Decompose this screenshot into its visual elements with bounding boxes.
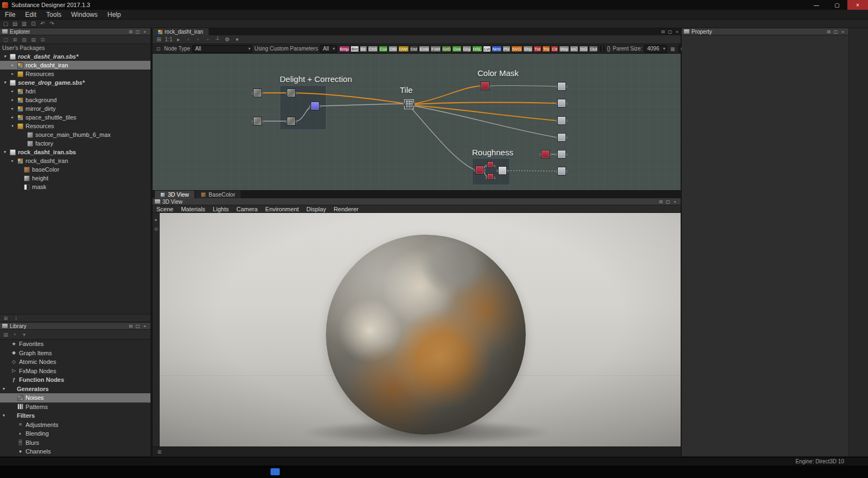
panel-control-icon[interactable]: ×	[141, 29, 148, 34]
panel-control-icon[interactable]: ×	[674, 29, 681, 34]
explorer-toolbar-icon[interactable]: ▢	[2, 37, 9, 42]
expand-arrow-icon[interactable]: ▸	[10, 63, 15, 67]
library-toolbar-icon[interactable]: ▤	[2, 332, 9, 337]
graph-node[interactable]	[405, 100, 413, 109]
node-filter-chip[interactable]: SVG	[511, 46, 523, 52]
tree-item[interactable]: source_main_thumb_6_max	[0, 130, 150, 139]
node-filter-chip[interactable]: Cur	[379, 46, 388, 52]
tree-item[interactable]: ▾ Resources	[0, 122, 150, 130]
graph-node[interactable]	[487, 173, 494, 180]
maximize-button[interactable]: ▢	[827, 0, 847, 10]
library-item[interactable]: Noises	[0, 393, 150, 402]
node-filter-chip[interactable]: InG	[579, 46, 588, 52]
library-item[interactable]: ◆ Graph Items	[0, 349, 150, 358]
library-item[interactable]: ★ Favorites	[0, 339, 150, 349]
close-button[interactable]: ×	[847, 0, 868, 10]
node-filter-chip[interactable]: DWr	[398, 46, 409, 52]
library-item[interactable]: ▾ Generators	[0, 385, 150, 394]
comment-tool-button[interactable]	[600, 45, 601, 52]
menu-item[interactable]: File	[0, 10, 20, 20]
expand-arrow-icon[interactable]: ▾	[1, 387, 7, 391]
node-filter-chip[interactable]: Out	[589, 46, 598, 52]
panel-control-icon[interactable]: ⊟	[825, 29, 832, 34]
graph-node[interactable]	[557, 133, 566, 142]
explorer-toolbar-icon[interactable]: ▤	[30, 37, 37, 42]
menu-item[interactable]: Help	[103, 10, 126, 20]
menu-item[interactable]: Tools	[41, 10, 66, 20]
expand-arrow-icon[interactable]: ▸	[10, 106, 15, 111]
graph-node[interactable]	[498, 166, 507, 175]
library-item[interactable]: ƒ Function Nodes	[0, 375, 150, 385]
graph-document-tab[interactable]: rock_dasht_iran	[153, 28, 209, 35]
graph-toolbar-icon[interactable]: ▸	[174, 35, 183, 43]
toolbar-icon[interactable]: ▤	[11, 20, 19, 28]
graph-node[interactable]	[541, 150, 550, 159]
panel-control-icon[interactable]: ⊟	[127, 29, 134, 34]
graph-node[interactable]	[557, 116, 566, 125]
view3d-viewport[interactable]	[160, 213, 681, 446]
expand-arrow-icon[interactable]: ▸	[10, 89, 15, 93]
frame-tool-button[interactable]	[603, 45, 605, 52]
graph-node[interactable]	[557, 167, 566, 175]
panel-control-icon[interactable]: ▢	[134, 324, 141, 329]
expand-arrow-icon[interactable]: ▸	[10, 98, 15, 102]
tree-item[interactable]: ▸ mirror_dirty	[0, 104, 150, 113]
minimize-button[interactable]: —	[806, 0, 827, 10]
graph-node[interactable]	[287, 117, 295, 125]
panel-control-icon[interactable]: ▢	[666, 29, 674, 34]
tree-item[interactable]: ▸ rock_dasht_iran	[0, 61, 150, 70]
tab-3d-view[interactable]: 3D View	[155, 191, 194, 198]
panel-control-icon[interactable]: ×	[671, 199, 678, 204]
library-item[interactable]: ≡ Adjustments	[0, 420, 150, 430]
library-item[interactable]: ◇ Atomic Nodes	[0, 357, 150, 367]
panel-control-icon[interactable]: ×	[839, 29, 846, 34]
toolbar-icon[interactable]: ↷	[48, 20, 56, 28]
view3d-menu-item[interactable]: Lights	[209, 206, 232, 212]
node-filter-chip[interactable]: Lvl	[483, 46, 490, 52]
library-item[interactable]: ▒ Blurs	[0, 438, 150, 448]
library-item[interactable]: ▾ Filters	[0, 411, 150, 420]
menu-item[interactable]: Windows	[66, 10, 103, 20]
node-filter-chip[interactable]: Emb	[419, 46, 430, 52]
expand-arrow-icon[interactable]: ▸	[10, 159, 15, 163]
view3d-side-icon[interactable]: ▸	[155, 217, 157, 222]
graph-toolbar-icon[interactable]: ▫	[194, 35, 202, 43]
expand-arrow-icon[interactable]: ▸	[10, 72, 15, 76]
library-toolbar-icon[interactable]: +	[11, 332, 18, 337]
dock-grid-icon[interactable]: ⊞	[156, 449, 163, 455]
tree-item[interactable]: ▸ Resources	[0, 70, 150, 78]
node-filter-chip[interactable]: Blr	[360, 46, 367, 52]
expand-arrow-icon[interactable]: ▾	[10, 124, 15, 128]
tree-item[interactable]: ▸ rock_dasht_iran	[0, 156, 150, 165]
taskbar-item[interactable]	[271, 468, 280, 475]
graph-node[interactable]	[557, 150, 566, 159]
graph-node[interactable]	[475, 166, 484, 174]
node-filter-chip[interactable]: Gry	[462, 46, 471, 52]
expand-arrow-icon[interactable]: ▾	[2, 80, 8, 85]
panel-control-icon[interactable]: ⊟	[659, 29, 666, 34]
panel-control-icon[interactable]: ×	[141, 324, 148, 329]
tree-item[interactable]: mask	[0, 183, 150, 191]
graph-toolbar-icon[interactable]: ⚙	[223, 35, 231, 43]
toolbar-icon[interactable]: ▢	[2, 20, 10, 28]
node-filter-chip[interactable]: Txt	[533, 46, 542, 52]
node-filter-chip[interactable]: Clr	[551, 46, 558, 52]
node-filter-chip[interactable]: HSL	[472, 46, 483, 52]
node-filter-chip[interactable]: InC	[570, 46, 578, 52]
node-filter-chip[interactable]: Shp	[523, 46, 533, 52]
graph-node[interactable]	[287, 89, 295, 97]
graph-toolbar-icon[interactable]: ⊞	[155, 35, 163, 43]
tree-item[interactable]: height	[0, 174, 150, 183]
node-filter-chip[interactable]: Plx	[502, 46, 511, 52]
graph-toolbar-icon[interactable]: ▫	[204, 35, 212, 43]
view3d-menu-item[interactable]: Materials	[177, 206, 209, 212]
tree-item[interactable]: ▾ rock_dasht_iran.sbs	[0, 148, 150, 156]
explorer-footer-icon[interactable]: ⊞	[2, 316, 9, 321]
node-filter-chip[interactable]: Wrp	[559, 46, 569, 52]
view3d-menu-item[interactable]: Camera	[232, 206, 261, 212]
node-filter-chip[interactable]: Bld	[350, 46, 359, 52]
graph-node[interactable]	[557, 82, 566, 91]
tree-item[interactable]: ▸ space_shuttle_tiles	[0, 113, 150, 122]
library-toolbar-icon[interactable]: ▾	[21, 332, 28, 337]
explorer-toolbar-icon[interactable]: ⊞	[11, 37, 18, 42]
